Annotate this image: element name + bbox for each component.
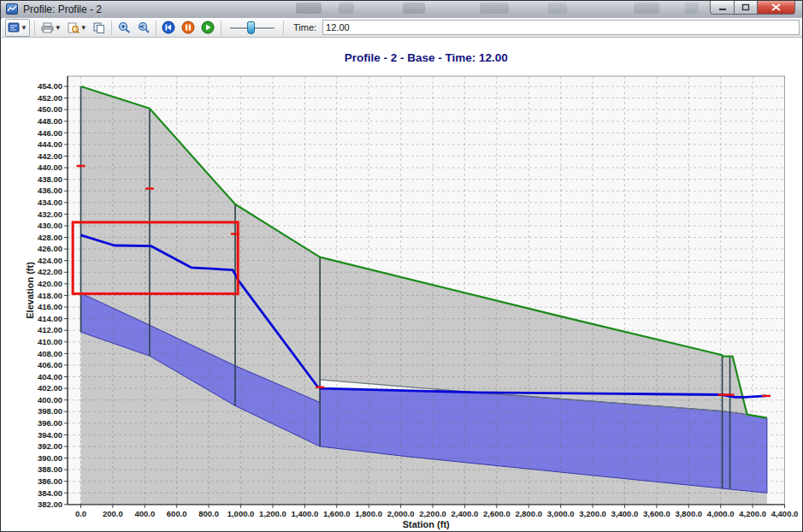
profile-window: 382.00384.00386.00388.00390.00392.00394.… <box>0 0 803 532</box>
title-bar[interactable]: Profile: Profile - 2 <box>1 1 803 19</box>
y-axis-title: Elevation (ft) <box>25 262 35 319</box>
plot-options-button[interactable]: ▼ <box>5 19 30 37</box>
print-button[interactable]: ▼ <box>39 20 63 36</box>
y-tick-label: 416.00 <box>38 302 62 311</box>
y-tick-label: 384.00 <box>38 488 62 498</box>
glass-smudge <box>480 3 509 14</box>
x-tick-label: 2,600.0 <box>483 509 511 518</box>
animation-restart-button[interactable] <box>160 20 177 36</box>
y-tick-label: 406.00 <box>38 360 62 369</box>
toolbar: ▼ ▼ ▼ <box>2 18 803 38</box>
x-tick-label: 3,200.0 <box>579 509 606 518</box>
x-tick-label: 3,000.0 <box>547 509 575 518</box>
y-tick-label: 430.00 <box>38 221 62 230</box>
chart-title: Profile - 2 - Base - Time: 12.00 <box>345 51 508 64</box>
x-tick-label: 4,000.0 <box>707 509 735 518</box>
toolbar-separator <box>111 21 112 35</box>
x-tick-label: 1,600.0 <box>323 509 351 518</box>
animation-play-button[interactable] <box>199 20 216 36</box>
y-tick-label: 442.00 <box>38 151 62 161</box>
dropdown-arrow-icon: ▼ <box>55 24 62 32</box>
x-tick-label: 1,200.0 <box>259 509 286 518</box>
y-tick-label: 410.00 <box>38 337 62 346</box>
y-tick-label: 418.00 <box>38 291 62 300</box>
y-tick-label: 454.00 <box>38 81 62 91</box>
profile-chart: 382.00384.00386.00388.00390.00392.00394.… <box>1 1 803 532</box>
close-button[interactable] <box>758 1 795 15</box>
toolbar-separator <box>156 21 156 35</box>
y-tick-label: 450.00 <box>38 104 62 114</box>
printer-icon <box>41 22 54 33</box>
y-tick-label: 434.00 <box>38 198 62 207</box>
y-tick-label: 448.00 <box>38 116 62 126</box>
y-tick-label: 414.00 <box>38 314 62 323</box>
y-tick-label: 412.00 <box>38 325 62 334</box>
y-tick-label: 388.00 <box>38 464 62 474</box>
x-tick-label: 400.0 <box>134 509 155 518</box>
y-tick-label: 402.00 <box>38 383 62 393</box>
minimize-button[interactable] <box>710 1 735 15</box>
copy-icon <box>93 22 105 33</box>
y-tick-label: 436.00 <box>38 186 62 195</box>
play-icon <box>201 21 215 34</box>
y-tick-label: 428.00 <box>38 233 62 242</box>
y-tick-label: 408.00 <box>38 349 62 358</box>
y-tick-label: 394.00 <box>38 430 62 440</box>
print-preview-icon <box>68 22 80 33</box>
x-tick-label: 2,000.0 <box>387 509 415 518</box>
y-tick-label: 382.00 <box>38 499 62 509</box>
x-tick-label: 3,600.0 <box>643 509 670 518</box>
y-tick-label: 420.00 <box>38 279 62 288</box>
zoom-in-icon <box>118 21 131 33</box>
y-tick-label: 390.00 <box>38 453 62 463</box>
x-tick-label: 1,400.0 <box>292 509 319 518</box>
app-icon <box>6 3 18 15</box>
y-tick-label: 392.00 <box>38 441 62 451</box>
x-tick-label: 200.0 <box>103 509 123 518</box>
copy-button[interactable] <box>92 20 107 36</box>
glass-smudge <box>403 3 425 14</box>
glass-smudge <box>548 3 567 14</box>
x-tick-label: 1,000.0 <box>227 509 255 518</box>
x-tick-label: 2,800.0 <box>515 509 542 518</box>
zoom-previous-icon <box>137 21 150 33</box>
y-tick-label: 424.00 <box>38 256 62 265</box>
plot-options-icon <box>8 22 20 33</box>
window-controls <box>710 1 795 15</box>
restart-icon <box>162 21 175 34</box>
y-tick-label: 426.00 <box>38 244 62 253</box>
glass-smudge <box>634 3 659 14</box>
time-label: Time: <box>293 22 316 33</box>
restore-icon <box>741 3 750 11</box>
x-tick-label: 0.0 <box>75 509 86 518</box>
y-tick-label: 446.00 <box>38 128 62 138</box>
time-input[interactable] <box>322 20 800 35</box>
zoom-in-button[interactable] <box>116 20 133 36</box>
slider-thumb[interactable] <box>247 21 255 34</box>
animation-pause-button[interactable] <box>180 20 197 36</box>
pause-icon <box>181 21 195 34</box>
y-tick-label: 438.00 <box>38 174 62 184</box>
glass-smudge <box>685 3 699 14</box>
y-tick-label: 432.00 <box>38 210 62 219</box>
y-tick-label: 404.00 <box>38 372 62 381</box>
glass-smudge <box>296 3 322 14</box>
restore-button[interactable] <box>735 1 758 15</box>
x-tick-label: 600.0 <box>167 509 187 518</box>
y-tick-label: 396.00 <box>38 418 62 428</box>
y-tick-label: 444.00 <box>38 139 62 149</box>
dropdown-arrow-icon: ▼ <box>80 24 87 32</box>
zoom-previous-button[interactable] <box>135 20 151 36</box>
x-tick-label: 1,800.0 <box>355 509 382 518</box>
y-tick-label: 440.00 <box>38 163 62 172</box>
print-preview-button[interactable]: ▼ <box>66 20 89 36</box>
x-tick-label: 2,400.0 <box>452 509 479 518</box>
y-tick-label: 398.00 <box>38 406 62 416</box>
y-tick-label: 400.00 <box>38 395 62 405</box>
window-title: Profile: Profile - 2 <box>23 3 102 15</box>
y-tick-label: 422.00 <box>38 267 62 276</box>
time-slider[interactable] <box>228 21 276 35</box>
toolbar-separator <box>283 21 284 35</box>
close-icon <box>771 3 781 11</box>
x-tick-label: 4,200.0 <box>739 509 766 518</box>
